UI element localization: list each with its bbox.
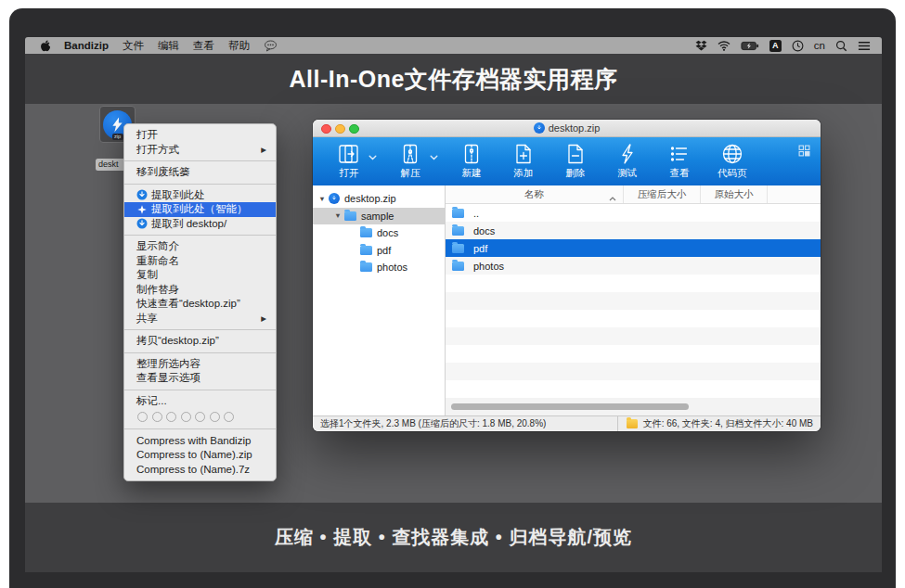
menu-item[interactable]: 提取到此处	[124, 188, 276, 203]
menu-item[interactable]: 制作替身	[124, 283, 276, 298]
close-button[interactable]	[321, 124, 331, 134]
menubar-left: Bandizip 文件编辑查看帮助	[38, 39, 278, 53]
file-row--[interactable]: ..	[446, 204, 821, 222]
toolbar-button-test-bolt[interactable]: 测试	[614, 142, 641, 180]
menu-item[interactable]: Compress to (Name).zip	[124, 448, 276, 463]
bandizip-window: desktop.zip 打开解压新建添加删除测试查看代码页 ▼desktop.z…	[313, 120, 821, 431]
menu-item[interactable]: 快速查看“desktop.zip”	[124, 297, 276, 312]
menu-item-label: 提取到此处（智能）	[151, 202, 248, 216]
desktop-icon-label[interactable]: deskt	[96, 159, 126, 171]
toolbar-button-add-file[interactable]: 添加	[510, 142, 537, 180]
menu-item[interactable]: 标记...	[124, 394, 276, 409]
file-name-label: photos	[473, 261, 504, 272]
toolbar-button-label: 测试	[618, 167, 638, 180]
menu-item[interactable]: 复制	[124, 268, 276, 283]
disclosure-triangle-icon[interactable]: ▼	[317, 195, 327, 203]
toolbar-button-codepage-globe[interactable]: 代码页	[718, 142, 747, 180]
tag-color-circle[interactable]	[195, 412, 205, 422]
column-header-3[interactable]: 原始大小	[701, 185, 768, 203]
toolbar-button-label: 代码页	[718, 167, 747, 180]
menubar-item[interactable]: 编辑	[158, 39, 179, 53]
menu-item[interactable]: 共享▶	[124, 312, 276, 326]
tree-item-desktop-zip[interactable]: ▼desktop.zip	[313, 190, 445, 208]
menu-item-label: 打开方式	[136, 143, 179, 157]
tree-item-label: sample	[361, 211, 394, 222]
menu-item[interactable]: 提取到 desktop/	[124, 217, 276, 232]
toolbar-button-unzip[interactable]: 解压	[396, 142, 424, 180]
menu-item[interactable]: 移到废纸篓	[124, 165, 276, 180]
column-header-label: 原始大小	[715, 188, 754, 201]
tree-item-sample[interactable]: ▼sample	[313, 208, 445, 225]
menu-item[interactable]: Compress with Bandizip	[124, 433, 276, 448]
column-header-1[interactable]: 名称	[446, 185, 624, 203]
apple-menu-icon[interactable]	[38, 39, 50, 52]
window-title-text: desktop.zip	[549, 122, 601, 134]
tag-color-circle[interactable]	[210, 412, 220, 422]
chevron-down-icon[interactable]	[430, 151, 438, 162]
layout-panes-icon[interactable]	[798, 144, 810, 160]
disclosure-triangle-icon[interactable]: ▼	[333, 211, 343, 220]
battery-icon[interactable]	[741, 41, 759, 51]
tree-item-photos[interactable]: photos	[313, 259, 445, 276]
zoom-button[interactable]	[349, 124, 359, 134]
toolbar-button-open[interactable]: 打开	[335, 142, 363, 180]
menubar-app-name[interactable]: Bandizip	[64, 40, 109, 51]
folder-icon	[452, 226, 464, 236]
menu-item[interactable]: 重新命名	[124, 254, 276, 269]
clock-icon[interactable]	[792, 40, 804, 52]
menu-item-label: 移到废纸篓	[136, 165, 190, 179]
horizontal-scrollbar[interactable]	[446, 398, 821, 415]
menu-item[interactable]: 打开方式▶	[124, 143, 276, 158]
traffic-lights	[321, 124, 359, 134]
archive-zip-icon	[329, 193, 340, 204]
menu-item[interactable]: 显示简介	[124, 239, 276, 254]
input-source-icon[interactable]: A	[769, 40, 782, 52]
menubar-item[interactable]: 查看	[193, 39, 214, 53]
toolbar-button-view-list[interactable]: 查看	[666, 142, 693, 180]
folder-icon	[360, 228, 372, 237]
file-name-label: docs	[473, 225, 495, 236]
menu-item-label: Compress with Bandizip	[136, 435, 251, 446]
menu-item[interactable]: 整理所选内容	[124, 357, 276, 372]
tree-item-docs[interactable]: docs	[313, 224, 445, 242]
tag-color-circle[interactable]	[152, 412, 162, 422]
toolbar-button-new-archive[interactable]: 新建	[458, 142, 485, 180]
scrollbar-thumb[interactable]	[451, 403, 689, 410]
tree-item-pdf[interactable]: pdf	[313, 242, 445, 260]
menu-item[interactable]: 打开	[124, 128, 276, 143]
notification-center-icon[interactable]	[858, 41, 871, 51]
dropbox-icon[interactable]	[695, 40, 707, 52]
archive-folder-icon	[627, 419, 638, 428]
menu-item[interactable]: 拷贝“desktop.zip”	[124, 334, 276, 349]
tag-color-circle[interactable]	[166, 412, 176, 422]
toolbar-button-label: 解压	[401, 167, 420, 180]
file-row-pdf[interactable]: pdf	[446, 239, 821, 257]
menubar-item[interactable]: 帮助	[228, 39, 250, 53]
menubar-item[interactable]: 文件	[123, 39, 144, 53]
menu-item[interactable]: 提取到此处（智能）	[124, 202, 276, 217]
toolbar-button-delete-file[interactable]: 删除	[562, 142, 589, 180]
tag-color-circle[interactable]	[224, 412, 234, 422]
status-bar: 选择1个文件夹, 2.3 MB (压缩后的尺寸: 1.8 MB, 20.8%) …	[313, 415, 821, 431]
file-row-docs[interactable]: docs	[446, 222, 821, 239]
file-row-photos[interactable]: photos	[446, 257, 821, 275]
language-indicator[interactable]: cn	[814, 40, 825, 51]
list-header: 名称压缩后大小原始大小	[446, 185, 821, 204]
view-list-icon	[667, 142, 692, 166]
minimize-button[interactable]	[335, 124, 345, 134]
wifi-icon[interactable]	[718, 41, 730, 51]
tag-color-circle[interactable]	[137, 412, 148, 422]
menu-item[interactable]: 查看显示选项	[124, 371, 276, 386]
add-file-icon	[511, 142, 536, 166]
speech-bubble-icon[interactable]	[264, 40, 278, 52]
menu-item-label: 整理所选内容	[136, 357, 200, 371]
window-titlebar[interactable]: desktop.zip	[313, 120, 821, 137]
search-icon[interactable]	[835, 40, 847, 52]
tag-color-circle[interactable]	[181, 412, 191, 422]
menu-item-label: 显示简介	[136, 239, 179, 253]
column-header-empty[interactable]	[768, 185, 821, 203]
menu-item[interactable]: Compress to (Name).7z	[124, 462, 276, 477]
bandizip-title-icon	[534, 122, 545, 134]
chevron-down-icon[interactable]	[368, 151, 377, 162]
column-header-2[interactable]: 压缩后大小	[624, 185, 701, 203]
